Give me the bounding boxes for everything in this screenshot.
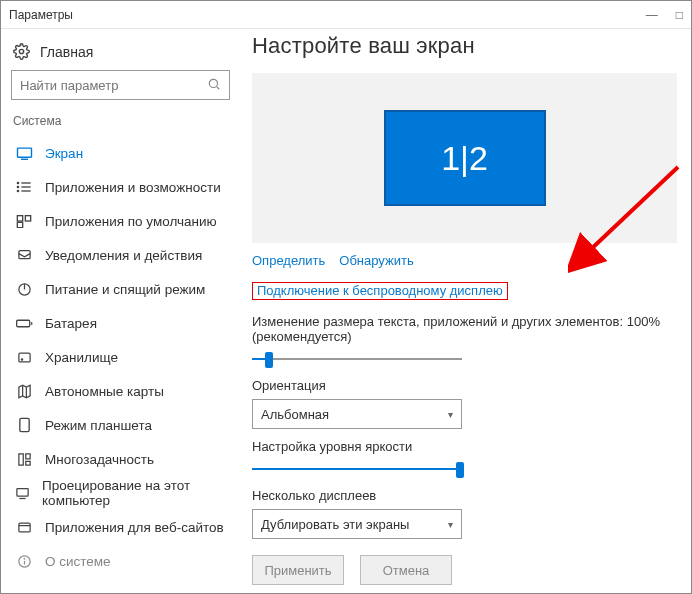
svg-rect-27: [25, 461, 29, 465]
sidebar-item-label: Приложения и возможности: [45, 180, 221, 195]
page-title: Настройте ваш экран: [252, 33, 677, 59]
sidebar-item-maps[interactable]: Автономные карты: [11, 374, 230, 408]
svg-rect-26: [25, 453, 29, 458]
wireless-display-link[interactable]: Подключение к беспроводному дисплею: [252, 282, 508, 300]
svg-point-10: [17, 190, 18, 191]
display-preview[interactable]: 1|2: [252, 73, 677, 243]
svg-point-33: [24, 558, 25, 559]
brightness-slider[interactable]: [252, 460, 462, 478]
gear-icon: [13, 43, 30, 60]
svg-rect-12: [25, 216, 30, 221]
web-apps-icon: [15, 520, 33, 535]
sidebar: Главная Найти параметр Система Экран При…: [1, 29, 238, 593]
sidebar-item-notifications[interactable]: Уведомления и действия: [11, 238, 230, 272]
svg-rect-3: [17, 148, 31, 157]
svg-rect-17: [16, 320, 29, 327]
multitasking-icon: [15, 452, 33, 467]
sidebar-item-label: О системе: [45, 554, 111, 569]
search-icon: [207, 77, 221, 94]
monitor-label: 1|2: [441, 139, 488, 178]
orientation-label: Ориентация: [252, 378, 677, 393]
display-icon: [15, 146, 33, 160]
home-link[interactable]: Главная: [11, 39, 230, 70]
sidebar-item-label: Уведомления и действия: [45, 248, 202, 263]
list-icon: [15, 180, 33, 194]
svg-line-2: [217, 86, 220, 89]
svg-point-8: [17, 182, 18, 183]
power-icon: [15, 282, 33, 297]
sidebar-item-label: Режим планшета: [45, 418, 152, 433]
sidebar-item-multitasking[interactable]: Многозадачность: [11, 442, 230, 476]
sidebar-item-display[interactable]: Экран: [11, 136, 230, 170]
svg-rect-11: [17, 216, 22, 221]
section-label: Система: [13, 114, 230, 128]
svg-rect-25: [18, 453, 22, 464]
sidebar-item-label: Автономные карты: [45, 384, 164, 399]
sidebar-item-battery[interactable]: Батарея: [11, 306, 230, 340]
sidebar-item-default-apps[interactable]: Приложения по умолчанию: [11, 204, 230, 238]
titlebar: Параметры — □: [1, 1, 691, 29]
apply-button[interactable]: Применить: [252, 555, 344, 585]
multi-display-label: Несколько дисплеев: [252, 488, 677, 503]
brightness-label: Настройка уровня яркости: [252, 439, 677, 454]
main-panel: Настройте ваш экран 1|2 Определить Обнар…: [238, 29, 691, 593]
sidebar-item-storage[interactable]: Хранилище: [11, 340, 230, 374]
sidebar-item-tablet[interactable]: Режим планшета: [11, 408, 230, 442]
orientation-value: Альбомная: [261, 407, 329, 422]
projecting-icon: [15, 486, 30, 501]
chevron-down-icon: ▾: [448, 409, 453, 420]
chevron-down-icon: ▾: [448, 519, 453, 530]
sidebar-item-web-apps[interactable]: Приложения для веб-сайтов: [11, 510, 230, 544]
maximize-icon[interactable]: □: [676, 8, 683, 22]
defaults-icon: [15, 214, 33, 228]
sidebar-item-label: Приложения по умолчанию: [45, 214, 217, 229]
window-controls: — □: [646, 8, 683, 22]
multi-display-value: Дублировать эти экраны: [261, 517, 409, 532]
display-links: Определить Обнаружить Подключение к бесп…: [252, 253, 677, 300]
sidebar-item-about[interactable]: О системе: [11, 544, 230, 578]
sidebar-item-apps[interactable]: Приложения и возможности: [11, 170, 230, 204]
sidebar-item-power[interactable]: Питание и спящий режим: [11, 272, 230, 306]
scale-slider[interactable]: [252, 350, 462, 368]
identify-link[interactable]: Определить: [252, 253, 325, 268]
search-input[interactable]: Найти параметр: [11, 70, 230, 100]
monitor-tile[interactable]: 1|2: [384, 110, 546, 206]
sidebar-item-label: Хранилище: [45, 350, 118, 365]
svg-point-1: [209, 79, 217, 87]
sidebar-item-projecting[interactable]: Проецирование на этот компьютер: [11, 476, 230, 510]
svg-point-20: [21, 358, 22, 359]
svg-rect-23: [19, 418, 28, 431]
svg-rect-28: [17, 488, 28, 496]
sidebar-item-label: Многозадачность: [45, 452, 154, 467]
orientation-select[interactable]: Альбомная ▾: [252, 399, 462, 429]
sidebar-item-label: Питание и спящий режим: [45, 282, 205, 297]
scale-label: Изменение размера текста, приложений и д…: [252, 314, 677, 344]
maps-icon: [15, 384, 33, 399]
sidebar-item-label: Проецирование на этот компьютер: [42, 478, 226, 508]
info-icon: [15, 554, 33, 569]
sidebar-item-label: Приложения для веб-сайтов: [45, 520, 224, 535]
cancel-button[interactable]: Отмена: [360, 555, 452, 585]
storage-icon: [15, 350, 33, 365]
battery-icon: [15, 318, 33, 329]
svg-point-0: [19, 49, 23, 53]
svg-rect-13: [17, 222, 22, 227]
sidebar-item-label: Батарея: [45, 316, 97, 331]
tablet-icon: [15, 417, 33, 433]
sidebar-item-label: Экран: [45, 146, 83, 161]
multi-display-select[interactable]: Дублировать эти экраны ▾: [252, 509, 462, 539]
svg-rect-19: [18, 353, 29, 362]
detect-link[interactable]: Обнаружить: [339, 253, 413, 268]
notifications-icon: [15, 248, 33, 263]
svg-point-9: [17, 186, 18, 187]
home-label: Главная: [40, 44, 93, 60]
svg-rect-29: [18, 523, 29, 532]
search-placeholder: Найти параметр: [20, 78, 118, 93]
minimize-icon[interactable]: —: [646, 8, 658, 22]
window-title: Параметры: [9, 8, 73, 22]
